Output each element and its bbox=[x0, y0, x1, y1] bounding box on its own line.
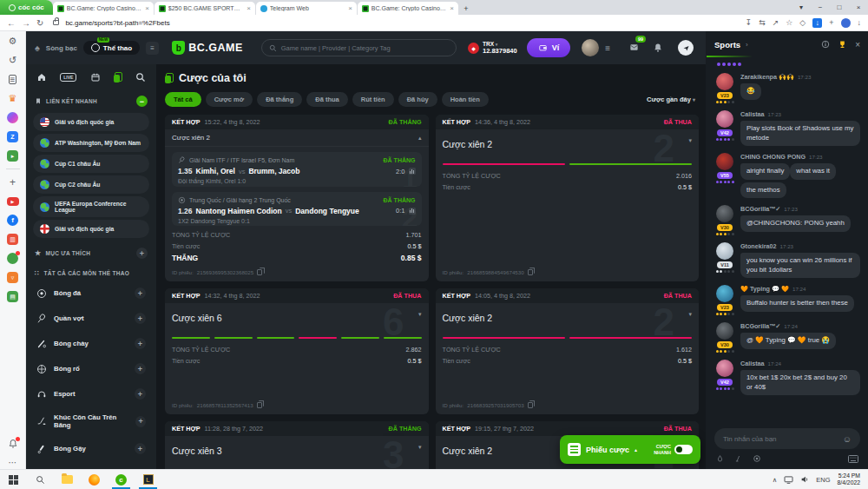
expand-chevron-icon[interactable]: ▾ bbox=[688, 137, 692, 144]
coin-drop-icon[interactable] bbox=[753, 454, 761, 463]
shopping-icon[interactable]: ▥ bbox=[6, 233, 19, 246]
save-page-icon[interactable]: ↧ bbox=[746, 18, 753, 27]
sports-tab[interactable]: Thể thao NEW bbox=[83, 41, 140, 55]
bet-leg[interactable]: 2 Trung Quốc / Giải hạng 2 Trung Quốc ĐÃ… bbox=[172, 192, 422, 227]
trophy-icon[interactable] bbox=[838, 40, 847, 50]
bookmark-star-icon[interactable]: ☆ bbox=[786, 18, 792, 27]
info-icon[interactable] bbox=[821, 40, 830, 49]
chat-username[interactable]: BCGorilla™✓17:23 bbox=[740, 205, 860, 213]
wallet-button[interactable]: Ví bbox=[527, 38, 571, 57]
crown-icon[interactable]: ♛ bbox=[6, 92, 19, 105]
expand-chevron-icon[interactable]: ▾ bbox=[418, 311, 422, 318]
history-icon[interactable]: ↺ bbox=[6, 54, 19, 67]
expand-chevron-icon[interactable]: ▾ bbox=[688, 311, 692, 318]
reading-list-icon[interactable]: ≡ bbox=[6, 73, 19, 86]
share-icon[interactable]: ↗ bbox=[773, 18, 779, 27]
chat-username[interactable]: BCGorilla™✓17:24 bbox=[740, 322, 860, 330]
games-icon[interactable]: ▸ bbox=[6, 149, 19, 162]
chat-avatar[interactable] bbox=[716, 205, 733, 222]
bet-card[interactable]: KẾT HỢP 11:28, 28 thg 7, 2022 ĐÃ THẮNG C… bbox=[165, 421, 429, 469]
game-app-button[interactable]: L bbox=[135, 470, 161, 489]
maximize-icon[interactable]: □ bbox=[830, 3, 849, 11]
forward-icon[interactable]: → bbox=[22, 18, 30, 28]
downloads-icon[interactable]: ↓ bbox=[858, 18, 862, 27]
bcgame-logo[interactable]: b BC.GAME bbox=[172, 41, 243, 55]
expand-chevron-icon[interactable]: ▾ bbox=[418, 444, 422, 451]
expand-sport-button[interactable]: + bbox=[135, 443, 146, 454]
messenger-icon[interactable] bbox=[6, 111, 19, 124]
chat-tab-sports[interactable]: Sports bbox=[714, 38, 740, 51]
bet-card[interactable]: KẾT HỢP 14:36, 4 thg 8, 2022 ĐÃ THUA Cượ… bbox=[436, 115, 700, 281]
filter-pill[interactable]: Tất cả bbox=[165, 92, 201, 107]
menu-collapse-button[interactable]: ≡ bbox=[146, 42, 159, 55]
chat-message-input[interactable]: Tin nhắn của bạn ☺ bbox=[714, 428, 860, 449]
notifications-bell-icon[interactable] bbox=[653, 43, 663, 53]
bet-leg[interactable]: 1 Giải Nam ITF / ITF Israel F5, Đơn Nam … bbox=[172, 152, 422, 187]
casino-tab[interactable]: Sòng bạc bbox=[46, 44, 77, 52]
rain-icon[interactable] bbox=[716, 454, 724, 463]
casino-spade-icon[interactable]: ♠ bbox=[35, 43, 40, 53]
filter-pill[interactable]: Đã thắng bbox=[257, 92, 302, 107]
quick-link-item[interactable]: UEFA Europa Conference League bbox=[33, 196, 149, 217]
zalo-icon[interactable]: Z bbox=[6, 130, 19, 143]
close-icon[interactable]: × bbox=[849, 3, 868, 11]
back-icon[interactable]: ← bbox=[7, 18, 16, 28]
chat-avatar[interactable] bbox=[716, 285, 733, 302]
chat-avatar[interactable] bbox=[716, 73, 733, 90]
volume-icon[interactable] bbox=[800, 475, 809, 484]
chat-username[interactable]: 🧡 Typing 💬 🧡17:24 bbox=[740, 285, 860, 293]
bet-card-expanded[interactable]: KẾT HỢP 15:22, 4 thg 8, 2022 ĐÃ THẮNG Cư… bbox=[165, 115, 429, 281]
language-indicator[interactable]: ENG bbox=[816, 476, 830, 484]
expand-sport-button[interactable]: + bbox=[135, 287, 146, 299]
chat-username[interactable]: Calistaa17:23 bbox=[740, 110, 860, 118]
balance-display[interactable]: ◆ TRX ▾ 12.8379840 bbox=[468, 41, 517, 55]
chat-toggle-button[interactable] bbox=[678, 40, 694, 56]
chat-avatar[interactable] bbox=[716, 360, 733, 377]
taskbar-search-button[interactable] bbox=[27, 470, 54, 489]
filter-pill[interactable]: Đã hủy bbox=[398, 92, 437, 107]
sidebar-sport-basketball[interactable]: Bóng rổ+ bbox=[26, 356, 156, 381]
quick-link-item[interactable]: Giải vô địch quốc gia bbox=[33, 220, 149, 238]
tab-close-icon[interactable]: × bbox=[348, 4, 352, 12]
collapse-chevron-icon[interactable]: ▴ bbox=[418, 135, 422, 142]
inbox-button[interactable]: 99 bbox=[628, 40, 640, 56]
profile-icon[interactable] bbox=[841, 18, 851, 28]
bet-card[interactable]: KẾT HỢP 14:32, 4 thg 8, 2022 ĐÃ THUA Cượ… bbox=[165, 288, 429, 414]
copy-icon[interactable] bbox=[528, 269, 533, 275]
extensions-icon[interactable]: + bbox=[829, 18, 833, 27]
add-icon[interactable]: + bbox=[6, 175, 19, 188]
quick-link-item[interactable]: Cúp C1 châu Âu bbox=[33, 155, 149, 173]
copy-icon[interactable] bbox=[528, 402, 533, 408]
chat-avatar[interactable] bbox=[716, 110, 733, 128]
browser-tab[interactable]: $250 BC.GAME SPORTS PARL× bbox=[155, 2, 255, 15]
sidebar-sport-cricket[interactable]: Bóng Gậy+ bbox=[26, 436, 156, 461]
chat-tab-chevron-icon[interactable]: › bbox=[746, 41, 748, 49]
rules-icon[interactable] bbox=[734, 454, 742, 463]
add-favorite-button[interactable]: + bbox=[136, 248, 148, 259]
reload-icon[interactable]: ↻ bbox=[36, 18, 43, 28]
bet-card[interactable]: KẾT HỢP 14:05, 4 thg 8, 2022 ĐÃ THUA Cượ… bbox=[436, 288, 700, 414]
chat-username[interactable]: Zarakikenpa 🙌🙌17:23 bbox=[740, 73, 860, 81]
facebook-icon[interactable]: f bbox=[6, 214, 19, 227]
browser-tab[interactable]: BC.Game: Crypto Casino Ga× bbox=[53, 2, 154, 15]
chat-avatar[interactable] bbox=[716, 322, 733, 340]
copy-icon[interactable] bbox=[257, 402, 262, 408]
translate-icon[interactable]: ⇆ bbox=[759, 18, 766, 27]
expand-sport-button[interactable]: + bbox=[135, 313, 146, 324]
download-box-icon[interactable]: ↓ bbox=[812, 18, 822, 28]
live-icon[interactable]: LIVE bbox=[60, 73, 76, 82]
start-button[interactable] bbox=[0, 470, 27, 489]
store-icon[interactable]: ▤ bbox=[6, 290, 19, 303]
browser-tab[interactable]: BC.Game: Crypto Casino Ga× bbox=[358, 2, 458, 15]
new-tab-button[interactable]: + bbox=[459, 2, 473, 15]
game-search-input[interactable]: Game name | Provider | Category Tag bbox=[261, 39, 457, 56]
youtube-icon[interactable]: ▶ bbox=[6, 195, 19, 208]
sidebar-search-icon[interactable] bbox=[135, 72, 146, 83]
sidebar-sport-esport[interactable]: Esport+ bbox=[26, 381, 156, 406]
expand-sport-button[interactable]: + bbox=[135, 338, 146, 349]
filter-pill[interactable]: Cược mở bbox=[206, 92, 253, 107]
chat-close-icon[interactable]: × bbox=[855, 40, 860, 50]
cart-icon[interactable]: ▿ bbox=[6, 271, 19, 284]
filter-pill[interactable]: Đã thua bbox=[306, 92, 348, 107]
sidebar-sport-baseball[interactable]: Bóng chày+ bbox=[26, 331, 156, 356]
